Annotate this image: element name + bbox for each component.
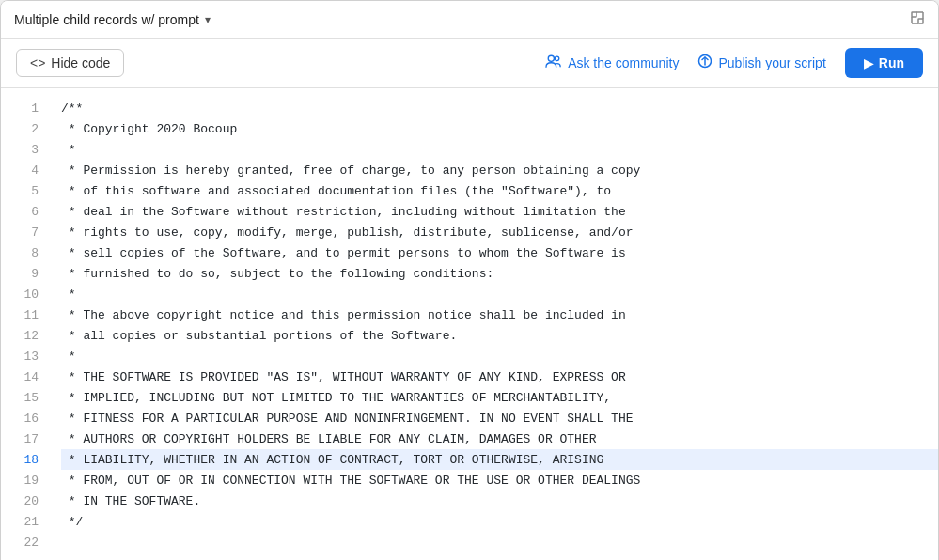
code-line: * LIABILITY, WHETHER IN AN ACTION OF CON… [61,449,938,470]
code-line: * furnished to do so, subject to the fol… [61,263,938,284]
publish-script-label: Publish your script [718,55,825,70]
line-number: 16 [1,408,52,428]
code-line: * sell copies of the Software, and to pe… [61,242,938,263]
code-lines: /** * Copyright 2020 Bocoup * * Permissi… [52,88,938,560]
code-line: * Copyright 2020 Bocoup [61,118,938,139]
line-number: 4 [1,160,52,180]
code-line: * [61,346,938,366]
line-number: 18 [1,449,52,470]
hide-code-label: Hide code [51,55,110,70]
svg-point-6 [548,55,554,61]
line-number: 6 [1,201,52,222]
chevron-down-icon[interactable]: ▾ [205,13,211,26]
hide-code-button[interactable]: <> Hide code [16,49,124,77]
community-icon [545,54,562,72]
code-line: * [61,139,938,160]
line-number: 12 [1,325,52,346]
line-number: 19 [1,470,52,490]
code-line: * rights to use, copy, modify, merge, pu… [61,222,938,242]
code-line [61,532,938,552]
publish-icon [697,54,712,72]
play-icon: ▶ [864,56,873,70]
line-number: 1 [1,98,52,118]
toolbar-left: <> Hide code [16,49,124,77]
line-number: 8 [1,242,52,263]
publish-script-link[interactable]: Publish your script [697,54,825,72]
line-numbers: 12345678910111213141516171819202122 [1,88,52,560]
window-title: Multiple child records w/ prompt [14,12,199,27]
title-bar-left: Multiple child records w/ prompt ▾ [14,12,211,27]
line-number: 2 [1,118,52,139]
app-window: Multiple child records w/ prompt ▾ <> Hi… [0,0,939,560]
line-number: 13 [1,346,52,366]
code-line: * FROM, OUT OF OR IN CONNECTION WITH THE… [61,470,938,490]
code-editor: 12345678910111213141516171819202122 /** … [1,88,938,560]
line-number: 11 [1,304,52,325]
toolbar: <> Hide code Ask the community [1,39,938,88]
line-number: 15 [1,387,52,408]
ask-community-link[interactable]: Ask the community [545,54,679,72]
run-label: Run [879,55,904,70]
line-number: 14 [1,366,52,387]
title-bar: Multiple child records w/ prompt ▾ [1,1,938,39]
code-icon: <> [30,55,45,70]
line-number: 9 [1,263,52,284]
title-bar-right [910,10,925,29]
line-number: 17 [1,428,52,449]
svg-point-7 [555,56,558,60]
code-line: * of this software and associated docume… [61,180,938,201]
code-line: * The above copyright notice and this pe… [61,304,938,325]
line-number: 3 [1,139,52,160]
code-line: * [61,284,938,304]
code-line: /** [61,98,938,118]
code-line: * all copies or substantial portions of … [61,325,938,346]
line-number: 20 [1,490,52,511]
code-line: * FITNESS FOR A PARTICULAR PURPOSE AND N… [61,408,938,428]
svg-rect-0 [912,12,916,17]
toolbar-right: Ask the community Publish your script ▶ … [545,48,923,78]
run-button[interactable]: ▶ Run [845,48,923,78]
line-number: 10 [1,284,52,304]
line-number: 21 [1,511,52,532]
line-number: 22 [1,532,52,552]
code-line: * IN THE SOFTWARE. [61,490,938,511]
code-line: * THE SOFTWARE IS PROVIDED "AS IS", WITH… [61,366,938,387]
code-line: * Permission is hereby granted, free of … [61,160,938,180]
code-line: */ [61,511,938,532]
code-line: * IMPLIED, INCLUDING BUT NOT LIMITED TO … [61,387,938,408]
line-number: 5 [1,180,52,201]
expand-icon[interactable] [910,10,925,29]
code-line: * AUTHORS OR COPYRIGHT HOLDERS BE LIABLE… [61,428,938,449]
code-line: * deal in the Software without restricti… [61,201,938,222]
svg-rect-1 [918,19,923,23]
line-number: 7 [1,222,52,242]
ask-community-label: Ask the community [568,55,679,70]
